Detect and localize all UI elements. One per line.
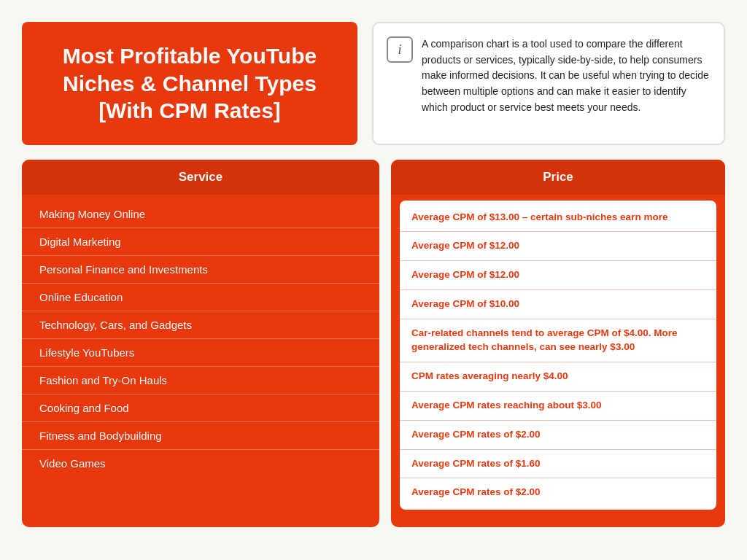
list-item: Average CPM rates of $2.00 [400,421,716,450]
list-item: Average CPM rates of $2.00 [400,478,716,507]
list-item: Average CPM of $10.00 [400,290,716,319]
info-description: A comparison chart is a tool used to com… [422,36,711,115]
list-item: Making Money Online [22,201,379,228]
info-icon: i [387,36,413,63]
list-item: Average CPM rates of $1.60 [400,450,716,479]
list-item: Video Games [22,450,379,477]
list-item: Car-related channels tend to average CPM… [400,319,716,362]
top-section: Most Profitable YouTube Niches & Channel… [22,22,725,145]
list-item: Lifestyle YouTubers [22,339,379,367]
page-title: Most Profitable YouTube Niches & Channel… [44,42,336,125]
list-item: Fitness and Bodybuilding [22,422,379,450]
comparison-table: Service Making Money Online Digital Mark… [22,160,725,528]
list-item: Fashion and Try-On Hauls [22,367,379,394]
price-items-container: Average CPM of $13.00 – certain sub-nich… [400,201,716,510]
list-item: Digital Marketing [22,228,379,256]
info-section: i A comparison chart is a tool used to c… [372,22,725,145]
title-box: Most Profitable YouTube Niches & Channel… [22,22,357,145]
service-panel-header: Service [22,160,379,195]
list-item: Cooking and Food [22,394,379,422]
service-panel: Service Making Money Online Digital Mark… [22,160,379,528]
list-item: Personal Finance and Investments [22,256,379,284]
list-item: Average CPM of $13.00 – certain sub-nich… [400,203,716,233]
info-icon-label: i [398,42,401,58]
price-panel-header: Price [391,160,725,195]
list-item: Average CPM of $12.00 [400,232,716,261]
list-item: Technology, Cars, and Gadgets [22,311,379,339]
list-item: Average CPM of $12.00 [400,261,716,290]
price-panel: Price Average CPM of $13.00 – certain su… [391,160,725,528]
list-item: Online Education [22,284,379,311]
list-item: Average CPM rates reaching about $3.00 [400,392,716,421]
list-item: CPM rates averaging nearly $4.00 [400,362,716,392]
service-items-container: Making Money Online Digital Marketing Pe… [22,201,379,477]
